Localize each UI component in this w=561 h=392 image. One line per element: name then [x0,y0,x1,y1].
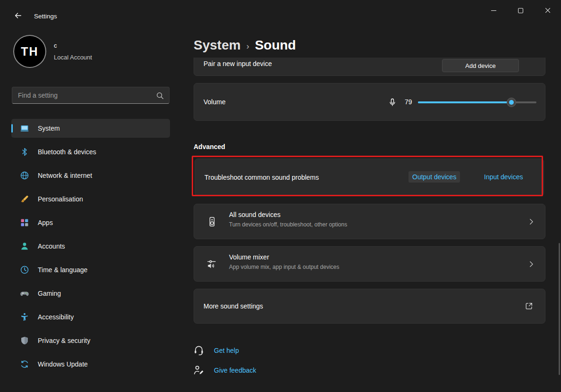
gaming-icon [20,289,29,298]
volume-row: Volume 79 [194,83,545,121]
all-sound-devices-title: All sound devices [229,211,347,218]
troubleshoot-label: Troubleshoot common sound problems [204,174,319,181]
sidebar-item-windows-update[interactable]: Windows Update [11,355,170,374]
search-input[interactable] [12,87,169,103]
close-button[interactable] [534,0,561,21]
chevron-right-icon [527,260,536,268]
input-devices-link[interactable]: Input devices [484,173,523,181]
accessibility-icon [20,312,29,322]
sidebar-item-apps[interactable]: Apps [11,213,170,232]
volume-slider-fill [418,101,511,103]
apps-icon [20,218,29,227]
sidebar-item-label: Personalisation [38,195,83,203]
bluetooth-icon [20,147,29,157]
window-title: Settings [34,13,57,20]
get-help-link[interactable]: Get help [214,347,239,354]
volume-mixer-row[interactable]: Volume mixer App volume mix, app input &… [194,246,545,282]
close-icon [545,8,551,13]
speaker-device-icon [206,216,218,227]
sidebar-item-label: Gaming [38,290,61,297]
sidebar-item-system[interactable]: System [11,119,170,138]
volume-value: 79 [405,98,412,106]
more-sound-settings-title: More sound settings [204,302,263,310]
more-sound-settings-row[interactable]: More sound settings [194,289,545,324]
user-account[interactable]: TH c Local Account [0,23,170,75]
scrollbar[interactable] [559,243,560,375]
sidebar-item-label: Accessibility [38,313,74,321]
volume-mixer-subtitle: App volume mix, app input & output devic… [229,264,339,270]
microphone-icon [388,98,397,107]
sidebar-item-gaming[interactable]: Gaming [11,284,170,303]
all-sound-devices-text: All sound devices Turn devices on/off, t… [229,211,347,228]
avatar-initials: TH [21,45,38,58]
windows-update-icon [20,359,29,369]
breadcrumb-system[interactable]: System [194,38,241,53]
sidebar-item-personalisation[interactable]: Personalisation [11,190,170,209]
pair-input-device-label: Pair a new input device [204,60,272,67]
selected-accent-bar [11,124,13,133]
user-account-type: Local Account [54,54,92,61]
personalisation-icon [20,194,29,204]
sidebar: TH c Local Account System [0,23,181,392]
page-title: Sound [255,38,296,53]
breadcrumb-separator-icon: › [246,39,249,51]
maximize-button[interactable] [507,0,534,21]
sidebar-item-time-language[interactable]: Time & language [11,260,170,279]
scroll-area: Pair a new input device Add device Volum… [181,58,561,392]
system-icon [20,124,29,133]
avatar: TH [13,35,46,68]
sidebar-nav: System Bluetooth & devices Network & int… [11,119,170,378]
all-sound-devices-subtitle: Turn devices on/off, troubleshoot, other… [229,221,347,228]
give-feedback-icon [193,364,205,376]
settings-window: Settings TH c Local Account [0,0,561,392]
volume-label: Volume [204,98,226,106]
window-controls [480,0,561,21]
sidebar-item-bluetooth-devices[interactable]: Bluetooth & devices [11,142,170,161]
sidebar-item-label: Privacy & security [38,337,90,344]
back-arrow-icon [14,11,22,20]
sidebar-item-label: Accounts [38,242,65,250]
external-link-icon [524,301,534,311]
titlebar: Settings [0,0,561,23]
volume-mixer-icon [206,259,218,270]
pair-input-device-row: Pair a new input device Add device [194,58,545,76]
chevron-right-icon [527,217,536,226]
sidebar-item-accounts[interactable]: Accounts [11,237,170,256]
output-devices-link[interactable]: Output devices [408,171,460,183]
main-content: System › Sound Pair a new input device A… [181,23,561,392]
advanced-section-heading: Advanced [194,143,225,150]
give-feedback-link[interactable]: Give feedback [214,367,256,374]
privacy-icon [20,336,29,345]
maximize-icon [518,8,523,13]
sidebar-item-label: Network & internet [38,172,92,179]
sidebar-item-privacy-security[interactable]: Privacy & security [11,331,170,350]
get-help-icon [193,344,205,357]
add-device-button[interactable]: Add device [442,59,519,72]
minimize-icon [491,8,496,13]
volume-slider[interactable] [418,98,536,107]
minimize-button[interactable] [480,0,507,21]
give-feedback-row: Give feedback [193,364,256,376]
accounts-icon [20,242,29,251]
user-name: c [54,42,57,49]
sidebar-item-label: Bluetooth & devices [38,148,96,156]
all-sound-devices-row[interactable]: All sound devices Turn devices on/off, t… [194,204,545,239]
back-button[interactable] [9,8,26,23]
sidebar-item-accessibility[interactable]: Accessibility [11,308,170,326]
sidebar-item-network-internet[interactable]: Network & internet [11,166,170,185]
get-help-row: Get help [193,344,239,357]
sidebar-item-label: System [38,125,60,132]
sidebar-item-label: Windows Update [38,360,88,368]
network-icon [20,171,29,180]
troubleshoot-row: Troubleshoot common sound problems Outpu… [195,158,544,196]
volume-slider-thumb[interactable] [507,98,516,107]
search-box [12,87,170,104]
sidebar-item-label: Apps [38,219,53,226]
sidebar-item-label: Time & language [38,266,87,274]
volume-mixer-title: Volume mixer [229,253,339,261]
time-language-icon [20,265,29,275]
search-icon [156,92,164,100]
volume-mixer-text: Volume mixer App volume mix, app input &… [229,253,339,270]
breadcrumb: System › Sound [194,38,296,53]
